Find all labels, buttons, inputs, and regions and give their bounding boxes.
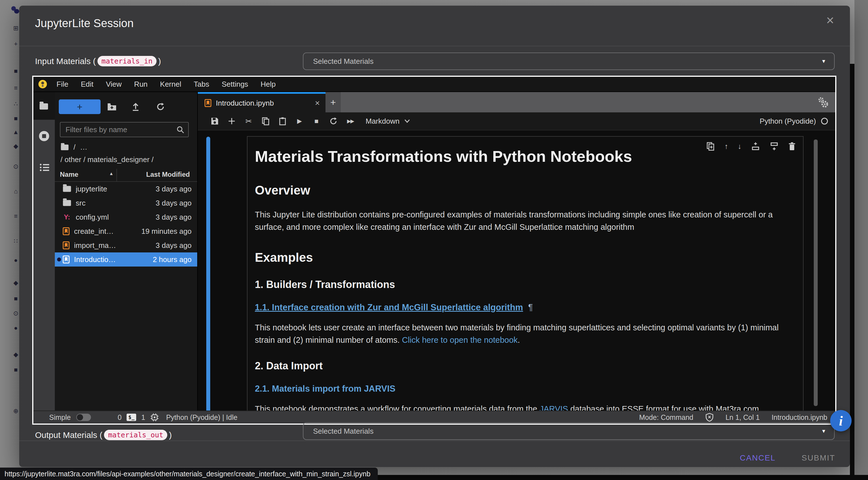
menu-edit[interactable]: Edit [74, 80, 100, 89]
menu-tabs[interactable]: Tabs [187, 80, 215, 89]
close-icon[interactable]: × [826, 13, 834, 27]
jarvis-link[interactable]: JARVIS [539, 404, 568, 411]
background-page-edge [855, 0, 868, 480]
column-divider [116, 169, 117, 181]
menu-kernel[interactable]: Kernel [154, 80, 187, 89]
info-button[interactable]: i [830, 410, 851, 432]
input-materials-select[interactable]: Selected Materials ▼ [303, 53, 835, 70]
restart-run-all-icon[interactable]: ▶▶ [342, 118, 359, 124]
tabbar-empty-area [341, 92, 835, 112]
materials-in-chip: materials_in [97, 56, 157, 66]
tab-introduction-ipynb[interactable]: Introduction.ipynb × [198, 92, 326, 112]
markdown-cell[interactable]: ↑ ↓ [247, 136, 804, 411]
duplicate-cell-icon[interactable] [706, 142, 715, 151]
refresh-icon[interactable] [154, 101, 167, 113]
insert-cell-above-icon[interactable] [751, 142, 760, 150]
file-row-jupyterlite[interactable]: jupyterlite 3 days ago [55, 182, 197, 196]
output-label-text: Output Materials ( [35, 430, 102, 440]
cut-icon[interactable]: ✂ [240, 116, 257, 126]
menu-help[interactable]: Help [254, 80, 282, 89]
file-modified: 19 minutes ago [141, 227, 192, 236]
simple-mode-toggle[interactable] [76, 414, 91, 421]
upload-icon[interactable] [129, 101, 142, 113]
menu-view[interactable]: View [100, 80, 128, 89]
cpu-chip-icon[interactable] [150, 413, 159, 421]
copy-icon[interactable] [257, 117, 274, 125]
table-of-contents-icon[interactable] [39, 163, 49, 172]
jupyter-main: + [33, 92, 835, 411]
breadcrumb-root[interactable]: / [73, 143, 75, 151]
kernel-status-text[interactable]: Python (Pyodide) | Idle [166, 413, 237, 421]
filter-files-box [60, 122, 189, 137]
save-icon[interactable] [206, 117, 223, 125]
pilcrow-anchor[interactable]: ¶ [528, 302, 533, 312]
delete-cell-icon[interactable] [788, 142, 796, 150]
submit-button[interactable]: SUBMIT [802, 453, 835, 462]
file-row-config[interactable]: Y: config.yml 3 days ago [55, 210, 197, 224]
notebook-scroll-area[interactable]: ↑ ↓ [198, 131, 835, 411]
file-row-src[interactable]: src 3 days ago [55, 196, 197, 210]
file-row-create-interface[interactable]: create_int… 19 minutes ago [55, 224, 197, 238]
terminal-icon[interactable]: $_ [127, 414, 136, 421]
file-name: src [76, 199, 156, 208]
menu-file[interactable]: File [50, 80, 74, 89]
file-row-import-material[interactable]: import_ma… 3 days ago [55, 238, 197, 252]
active-file-name: Introduction.ipynb [772, 413, 827, 421]
column-last-modified[interactable]: Last Modified [146, 171, 190, 178]
interface-creation-heading: 1.1. Interface creation with Zur and McG… [255, 302, 790, 313]
kernel-switcher[interactable]: Python (Pyodide) [760, 117, 828, 126]
new-folder-icon[interactable] [106, 101, 118, 113]
restart-kernel-icon[interactable] [325, 117, 342, 125]
file-name: config.yml [76, 213, 156, 221]
terminal-count: 0 [118, 413, 122, 421]
jupyterlite-logo-icon [38, 80, 47, 89]
breadcrumb-ellipsis[interactable]: … [80, 143, 87, 151]
cursor-position[interactable]: Ln 1, Col 1 [725, 413, 760, 421]
move-cell-down-icon[interactable]: ↓ [738, 143, 741, 150]
home-folder-icon[interactable] [61, 144, 69, 150]
move-cell-up-icon[interactable]: ↑ [724, 143, 728, 150]
menu-settings[interactable]: Settings [215, 80, 254, 89]
menu-run[interactable]: Run [128, 80, 154, 89]
insert-cell-below-icon[interactable] [770, 142, 779, 150]
stop-icon[interactable]: ■ [308, 117, 325, 125]
new-tab-button[interactable]: + [326, 92, 341, 112]
link-preview-tooltip: https://jupyterlite.mat3ra.com/files/api… [0, 468, 378, 480]
cancel-button[interactable]: CANCEL [740, 453, 776, 462]
running-kernels-icon[interactable] [39, 131, 49, 141]
materials-out-chip: materials_out [104, 430, 167, 440]
interface-creation-link[interactable]: 1.1. Interface creation with Zur and McG… [255, 302, 523, 312]
file-modified: 3 days ago [156, 213, 192, 221]
tab-close-icon[interactable]: × [315, 98, 320, 108]
header-divider [19, 46, 850, 46]
file-modified: 3 days ago [156, 199, 192, 208]
new-launcher-button[interactable]: + [59, 99, 101, 114]
overview-paragraph: This Jupyter Lite distribution contains … [255, 208, 790, 233]
breadcrumb: / … [60, 143, 87, 151]
search-icon [176, 126, 184, 134]
run-icon[interactable]: ▶ [291, 117, 308, 125]
filebrowser-tab-active[interactable] [33, 92, 55, 120]
filter-files-input[interactable] [60, 125, 176, 134]
cell-collapser-bar[interactable] [206, 137, 210, 411]
interface-paragraph: This notebook lets user create an interf… [255, 321, 790, 346]
file-list-header: Name ▲ Last Modified [55, 169, 197, 182]
widget-settings-gears-icon[interactable] [816, 96, 830, 109]
output-materials-select[interactable]: Selected Materials ▼ [303, 422, 835, 440]
dialog-footer: CANCEL SUBMIT [740, 448, 835, 468]
paste-icon[interactable] [274, 117, 291, 125]
unsaved-changes-dot [57, 258, 61, 262]
screen: ⊞ + ■ ≡ ∴ ■ ▲ ◆ ⊙ ⌂ ≡ ∷ ● ◆ ■ ⊙ ● ◆ ■ ⊕ … [0, 0, 868, 480]
toggle-knob [77, 414, 83, 420]
notebook-file-icon [63, 227, 69, 235]
command-mode-indicator[interactable]: Mode: Command [639, 413, 693, 421]
insert-cell-icon[interactable] [223, 117, 240, 125]
cell-type-dropdown[interactable]: Markdown [366, 117, 410, 126]
output-label-close-paren: ) [169, 430, 172, 440]
file-row-introduction-selected[interactable]: Introductio… 2 hours ago [55, 252, 197, 267]
column-name[interactable]: Name [60, 171, 78, 178]
jarvis-import-link[interactable]: 2.1. Materials import from JARVIS [255, 384, 395, 393]
breadcrumb-path[interactable]: / other / materials_designer / [60, 155, 154, 164]
open-notebook-link[interactable]: Click here to open the notebook [402, 336, 518, 344]
scrollbar-thumb[interactable] [814, 139, 818, 406]
